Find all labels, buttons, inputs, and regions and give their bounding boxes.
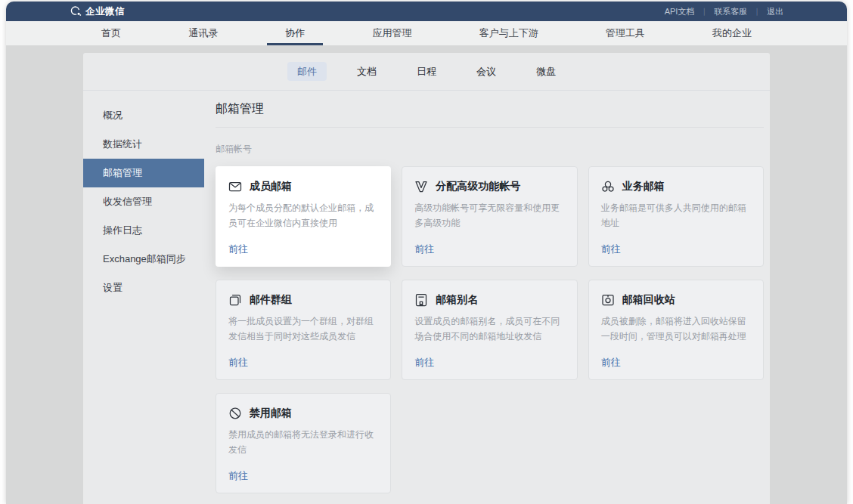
title-divider (216, 127, 764, 128)
card-header: 业务邮箱 (601, 180, 751, 193)
separator: ｜ (700, 6, 708, 17)
card-title: 成员邮箱 (250, 180, 292, 193)
card-go-link[interactable]: 前往 (601, 243, 621, 256)
v-badge-icon (414, 180, 428, 193)
card-title: 禁用邮箱 (250, 407, 292, 420)
admin-window: 企业微信 API文档｜联系客服｜退出 首页通讯录协作应用管理客户与上下游管理工具… (6, 2, 847, 504)
module-tab-3[interactable]: 会议 (467, 62, 506, 81)
sidebar: 概况数据统计邮箱管理收发信管理操作日志Exchange邮箱同步设置 (83, 91, 204, 503)
module-tab-1[interactable]: 文档 (347, 62, 386, 81)
top-links: API文档｜联系客服｜退出 (665, 6, 783, 17)
module-tabs: 邮件文档日程会议微盘 (83, 53, 770, 91)
card-header: 邮箱别名 (414, 293, 564, 307)
panel-body: 概况数据统计邮箱管理收发信管理操作日志Exchange邮箱同步设置 邮箱管理 邮… (83, 91, 770, 503)
nav-item-1[interactable]: 通讯录 (188, 21, 218, 45)
card-header: 禁用邮箱 (228, 407, 378, 420)
card-go-link[interactable]: 前往 (228, 469, 248, 483)
mailbox-card-5[interactable]: 邮箱回收站成员被删除，邮箱将进入回收站保留一段时间，管理员可以对邮箱再处理前往 (588, 280, 764, 380)
card-description: 业务邮箱是可供多人共同使用的邮箱地址 (601, 200, 751, 230)
main-content: 邮箱管理 邮箱帐号 成员邮箱为每个成员分配的默认企业邮箱，成员可在企业微信内直接… (204, 91, 770, 503)
nav-item-3[interactable]: 应用管理 (372, 21, 411, 45)
envelope-icon (228, 180, 242, 193)
page-background: 邮件文档日程会议微盘 概况数据统计邮箱管理收发信管理操作日志Exchange邮箱… (6, 45, 847, 504)
card-go-link[interactable]: 前往 (414, 243, 434, 256)
card-title: 邮箱回收站 (622, 293, 675, 307)
sidebar-item-0[interactable]: 概况 (83, 101, 204, 130)
card-go-link[interactable]: 前往 (414, 356, 434, 369)
nav-item-4[interactable]: 客户与上下游 (479, 21, 538, 45)
separator: ｜ (753, 6, 761, 17)
mailbox-card-3[interactable]: 邮件群组将一批成员设置为一个群组，对群组发信相当于同时对这些成员发信前往 (216, 280, 391, 380)
card-title: 邮箱别名 (436, 293, 478, 307)
nav-item-6[interactable]: 我的企业 (712, 21, 752, 45)
mailbox-card-6[interactable]: 禁用邮箱禁用成员的邮箱将无法登录和进行收发信前往 (216, 393, 391, 493)
sidebar-item-4[interactable]: 操作日志 (83, 216, 204, 245)
copy-icon (228, 293, 242, 307)
module-tab-2[interactable]: 日程 (407, 62, 446, 81)
sidebar-item-5[interactable]: Exchange邮箱同步 (83, 245, 204, 274)
main-nav: 首页通讯录协作应用管理客户与上下游管理工具我的企业 (6, 21, 847, 45)
mailbox-cards: 成员邮箱为每个成员分配的默认企业邮箱，成员可在企业微信内直接使用前往分配高级功能… (216, 166, 764, 493)
card-description: 高级功能帐号可享无限容量和使用更多高级功能 (414, 200, 564, 230)
top-link-api-docs[interactable]: API文档 (665, 6, 695, 17)
card-header: 成员邮箱 (228, 180, 378, 193)
card-description: 设置成员的邮箱别名，成员可在不同场合使用不同的邮箱地址收发信 (414, 314, 564, 344)
card-go-link[interactable]: 前往 (228, 356, 248, 369)
card-title: 业务邮箱 (622, 180, 665, 193)
mailbox-card-0[interactable]: 成员邮箱为每个成员分配的默认企业邮箱，成员可在企业微信内直接使用前往 (216, 166, 391, 267)
module-tab-4[interactable]: 微盘 (526, 62, 566, 81)
wecom-bubble-icon (70, 5, 82, 17)
sidebar-item-6[interactable]: 设置 (83, 274, 204, 302)
top-link-logout[interactable]: 退出 (767, 6, 783, 17)
top-link-contact-support[interactable]: 联系客服 (714, 6, 747, 17)
nav-item-0[interactable]: 首页 (101, 21, 121, 45)
card-description: 为每个成员分配的默认企业邮箱，成员可在企业微信内直接使用 (228, 200, 378, 230)
card-header: 邮箱回收站 (601, 293, 751, 307)
card-title: 分配高级功能帐号 (436, 180, 520, 193)
module-tab-0[interactable]: 邮件 (287, 62, 327, 81)
ban-icon (228, 407, 242, 420)
bookmark-note-icon (414, 293, 428, 307)
card-description: 禁用成员的邮箱将无法登录和进行收发信 (228, 427, 378, 457)
card-go-link[interactable]: 前往 (601, 356, 621, 369)
top-bar: 企业微信 API文档｜联系客服｜退出 (6, 2, 847, 21)
card-description: 成员被删除，邮箱将进入回收站保留一段时间，管理员可以对邮箱再处理 (601, 314, 751, 344)
mailbox-card-4[interactable]: 邮箱别名设置成员的邮箱别名，成员可在不同场合使用不同的邮箱地址收发信前往 (402, 280, 577, 380)
card-description: 将一批成员设置为一个群组，对群组发信相当于同时对这些成员发信 (228, 314, 378, 344)
card-header: 邮件群组 (228, 293, 378, 307)
card-title: 邮件群组 (250, 293, 292, 307)
mailbox-card-1[interactable]: 分配高级功能帐号高级功能帐号可享无限容量和使用更多高级功能前往 (402, 166, 577, 267)
sidebar-item-1[interactable]: 数据统计 (83, 130, 204, 159)
sidebar-item-2[interactable]: 邮箱管理 (83, 159, 204, 187)
group-circles-icon (601, 180, 615, 193)
card-header: 分配高级功能帐号 (414, 180, 564, 193)
content-panel: 邮件文档日程会议微盘 概况数据统计邮箱管理收发信管理操作日志Exchange邮箱… (83, 53, 770, 504)
sidebar-item-3[interactable]: 收发信管理 (83, 187, 204, 216)
section-label: 邮箱帐号 (216, 143, 764, 156)
logo-text: 企业微信 (85, 5, 125, 18)
card-go-link[interactable]: 前往 (228, 243, 248, 256)
nav-item-2[interactable]: 协作 (285, 21, 305, 45)
wecom-logo[interactable]: 企业微信 (70, 5, 125, 18)
nav-item-5[interactable]: 管理工具 (606, 21, 645, 45)
main-nav-items: 首页通讯录协作应用管理客户与上下游管理工具我的企业 (101, 21, 752, 45)
mailbox-card-2[interactable]: 业务邮箱业务邮箱是可供多人共同使用的邮箱地址前往 (588, 166, 764, 267)
page-title: 邮箱管理 (216, 101, 764, 117)
recycle-bin-icon (601, 293, 615, 307)
